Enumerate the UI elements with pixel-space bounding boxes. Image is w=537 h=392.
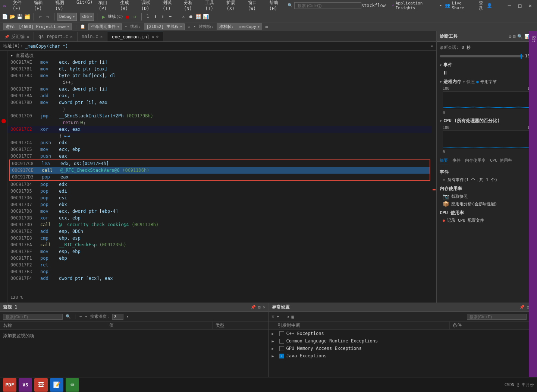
watch-search-icon[interactable]: 🔍 [66, 314, 71, 319]
taskbar-app-note[interactable]: 📝 [50, 378, 63, 392]
stop-icon[interactable]: ■ [124, 13, 131, 20]
menu-project[interactable]: 项目(P) [95, 0, 117, 12]
cpu-profile-link[interactable]: ● 记录 CPU 配置文件 [440, 218, 534, 223]
taskbar-app-img[interactable]: 🖼 [34, 378, 48, 392]
menu-extensions[interactable]: 扩展(X) [223, 0, 245, 12]
breakpoints-icon[interactable]: ⏺ [188, 13, 194, 20]
pause-btn[interactable]: ⏸ [443, 70, 448, 76]
profiler-icon[interactable]: 📊 [202, 13, 209, 20]
exception-restore-icon[interactable]: ↺ [286, 314, 289, 319]
menu-git[interactable]: Git(G) [73, 0, 95, 12]
window-icon[interactable]: 🪟 [195, 13, 202, 20]
memory-snapshot-link[interactable]: 📷 截取快照 [440, 193, 534, 199]
platform-dropdown[interactable]: x86 ▾ [80, 13, 94, 21]
titlebar-search[interactable] [294, 2, 361, 9]
exc-expand-3[interactable]: ▶ [272, 354, 277, 358]
tab-main[interactable]: main.c ✕ [78, 32, 107, 41]
exception-pin-icon[interactable]: 📌 [519, 305, 525, 310]
toolbar-save-icon[interactable]: 💾 [16, 13, 23, 20]
tab-disassembly-close[interactable]: ✕ [27, 35, 29, 39]
tab-main-close[interactable]: ✕ [100, 35, 103, 39]
watch-search-input[interactable] [3, 314, 63, 320]
exc-expand-0[interactable]: ▶ [272, 332, 277, 336]
diag-move-icon[interactable]: ⊟ [513, 34, 516, 39]
exception-add-icon[interactable]: + [277, 314, 279, 319]
watch-pin-icon[interactable]: 📌 [251, 305, 256, 310]
tab-disassembly[interactable]: 📌 反汇编 ✕ [0, 32, 34, 41]
address-dropdown-icon[interactable]: ▾ [431, 44, 433, 49]
minimize-btn[interactable]: ─ [506, 3, 513, 8]
diag-tab-memory[interactable]: 内存使用率 [465, 157, 486, 164]
diag-settings-icon[interactable]: ⚙ [509, 34, 511, 39]
insights-btn[interactable]: ⚡ Application Insights ▾ [392, 1, 442, 10]
tab-exe-common-settings[interactable]: ⚙ [156, 35, 158, 39]
expand-icon[interactable]: ⊞ [265, 24, 268, 29]
code-scrollbar[interactable] [432, 51, 436, 303]
diag-tab-cpu[interactable]: CPU 使用率 [490, 157, 512, 164]
tab-exe-common-close[interactable]: ✕ [152, 35, 154, 39]
tab-gs-report[interactable]: gs_report.c ✕ [34, 32, 78, 41]
toolbar-undo-icon[interactable]: ↶ [37, 13, 44, 20]
exc-checkbox-2[interactable] [279, 346, 284, 351]
exc-checkbox-1[interactable] [279, 339, 284, 344]
exception-search-input[interactable] [467, 314, 527, 320]
time-slider[interactable] [440, 55, 524, 57]
menu-file[interactable]: 文件(F) [10, 0, 31, 12]
exception-cols-icon[interactable]: ▦ [291, 314, 294, 319]
diag-tab-events[interactable]: 事件 [452, 157, 461, 164]
liveshare-btn[interactable]: 👥 Live Share [445, 1, 472, 10]
thread-dropdown[interactable]: [21052] 主线程 ▾ [144, 23, 185, 30]
watch-move-icon[interactable]: ⊟ [258, 305, 261, 310]
memory-mode1[interactable]: 快照 [467, 79, 475, 85]
debug-config-dropdown[interactable]: Debug ▾ [57, 13, 77, 21]
step-over-icon[interactable]: ⤵ [145, 13, 151, 20]
menu-view[interactable]: 视图(V) [52, 0, 73, 12]
close-btn[interactable]: ✕ [527, 3, 534, 8]
process-dropdown[interactable]: 进程: [4600] Project1.exe ▾ [3, 23, 72, 30]
tab-exe-common[interactable]: exe_common.inl ✕ ⚙ [107, 32, 163, 41]
tab-gs-report-close[interactable]: ✕ [70, 35, 73, 39]
address-input[interactable] [25, 44, 428, 49]
menu-build[interactable]: 生成(B) [117, 0, 138, 12]
menu-debug[interactable]: 调试(D) [138, 0, 160, 12]
exc-checkbox-3[interactable]: ✓ [279, 354, 284, 358]
diag-tab-summary[interactable]: 摘要 [440, 157, 448, 164]
run-to-cursor-icon[interactable]: ➡ [167, 13, 174, 20]
watch-depth-input[interactable] [112, 314, 123, 320]
memory-heap-link[interactable]: 📦 应用堆分析(会影响性能) [440, 201, 534, 207]
menu-analyze[interactable]: 分析(N) [181, 0, 202, 12]
exception-icon[interactable]: ⚠ [180, 13, 187, 20]
watch-close-icon[interactable]: ✕ [263, 305, 266, 310]
login-btn[interactable]: 登录 [479, 0, 485, 11]
toolbar-open-icon[interactable]: 📂 [9, 13, 16, 20]
menu-edit[interactable]: 编辑(E) [31, 0, 52, 12]
menu-test[interactable]: 测试(T) [160, 0, 181, 12]
step-out-icon[interactable]: ⬆ [160, 13, 166, 20]
depth-dropdown-icon[interactable]: ▾ [126, 315, 128, 319]
watch-forward-icon[interactable]: → [85, 314, 88, 319]
stack-dropdown[interactable]: 堆栈帧: _memCopy ▾ [217, 23, 263, 30]
exc-checkbox-0[interactable] [279, 331, 284, 336]
toolbar-redo-icon[interactable]: ↷ [44, 13, 51, 20]
strip-git-icon[interactable]: Git [529, 33, 537, 45]
taskbar-app-terminal[interactable]: ⌨ [66, 378, 79, 392]
taskbar-app-pdf[interactable]: PDF [3, 378, 16, 392]
exc-expand-2[interactable]: ▶ [272, 347, 277, 351]
menu-help[interactable]: 帮助(H) [266, 0, 288, 12]
diag-search-icon[interactable]: 🔍 [517, 34, 523, 39]
tab-disassembly-label: 反汇编 [11, 34, 25, 40]
step-into-icon[interactable]: ⬇ [152, 13, 159, 20]
toolbar-new-file-icon[interactable]: 📄 [1, 13, 8, 20]
menu-tools[interactable]: 工具(T) [202, 0, 223, 12]
toolbar-save-all-icon[interactable]: 🗂️ [24, 13, 31, 20]
restart-icon[interactable]: ↺ [132, 13, 138, 20]
taskbar-app-vs[interactable]: VS [19, 378, 32, 392]
lifecycle-dropdown[interactable]: 生命周期事件 ▾ [88, 23, 122, 30]
watch-back-icon[interactable]: ← [79, 314, 82, 319]
continue-btn[interactable]: ▶ [100, 13, 107, 20]
menu-window[interactable]: 窗口(W) [245, 0, 266, 12]
exception-remove-icon[interactable]: - [282, 314, 284, 319]
maximize-btn[interactable]: □ [516, 3, 524, 8]
code-content[interactable]: ▾ 查看选项 00C917AE mov ecx, dword ptr [i] 0… [7, 51, 432, 303]
exc-expand-1[interactable]: ▶ [272, 339, 277, 343]
